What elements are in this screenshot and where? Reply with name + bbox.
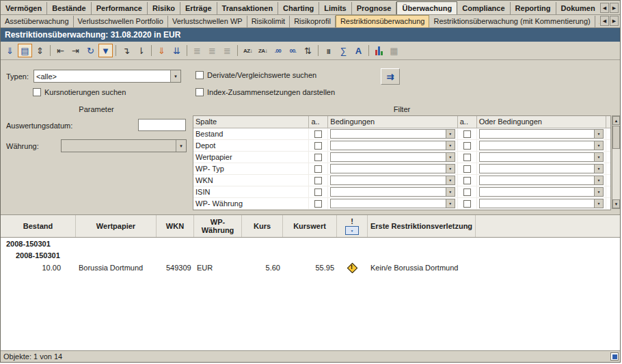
- oder-checkbox[interactable]: [463, 200, 471, 208]
- tab-compliance[interactable]: Compliance: [457, 2, 510, 14]
- download-icon[interactable]: ⇓: [154, 44, 169, 57]
- bedingungen-dropdown[interactable]: ▼: [330, 152, 455, 162]
- subtab-risikolimit[interactable]: Risikolimit: [247, 16, 290, 27]
- oder-bedingungen-dropdown[interactable]: ▼: [479, 176, 604, 185]
- fit-rows-icon[interactable]: ⇕: [33, 44, 47, 57]
- bedingungen-dropdown[interactable]: ▼: [330, 164, 455, 173]
- waehrung-dropdown[interactable]: ▼: [61, 139, 187, 152]
- and-checkbox[interactable]: [314, 154, 322, 161]
- oder-checkbox[interactable]: [463, 154, 471, 161]
- remove-decimal-icon[interactable]: 00.: [286, 44, 300, 57]
- filter-header-spalte[interactable]: Spalte: [193, 116, 309, 128]
- bedingungen-dropdown[interactable]: ▼: [330, 129, 455, 139]
- oder-bedingungen-dropdown[interactable]: ▼: [479, 152, 604, 162]
- oder-bedingungen-dropdown[interactable]: ▼: [479, 187, 604, 197]
- tab-transaktionen[interactable]: Transaktionen: [217, 2, 279, 14]
- derivate-checkbox[interactable]: [195, 71, 204, 79]
- subtab-assetueberwachung-2[interactable]: Assetü: [595, 16, 599, 27]
- oder-checkbox[interactable]: [463, 177, 471, 184]
- tab-prognose[interactable]: Prognose: [352, 2, 397, 14]
- main-tabs-scroll-right-icon[interactable]: ▶: [610, 3, 619, 13]
- sub-tabs-scroll-left-icon[interactable]: ◀: [600, 16, 609, 26]
- col-header-kurswert[interactable]: Kurswert: [283, 215, 337, 237]
- tab-vermoegen[interactable]: Vermögen: [1, 2, 47, 14]
- and-checkbox[interactable]: [314, 200, 322, 208]
- tab-risiko[interactable]: Risiko: [148, 2, 180, 14]
- oder-checkbox[interactable]: [463, 130, 471, 138]
- subtab-risikoprofil[interactable]: Risikoprofil: [290, 16, 336, 27]
- subtab-verlustschwellen-wp[interactable]: Verlustschwellen WP: [168, 16, 247, 27]
- oder-bedingungen-dropdown[interactable]: ▼: [479, 199, 604, 208]
- scroll-down-icon[interactable]: ▼: [612, 199, 620, 208]
- refresh-icon[interactable]: ↻: [83, 44, 98, 57]
- oder-checkbox[interactable]: [463, 165, 471, 173]
- oder-checkbox[interactable]: [463, 188, 471, 196]
- table-row[interactable]: 10.00 Borussia Dortmund 549309 EUR 5.60 …: [1, 261, 620, 275]
- bedingungen-dropdown[interactable]: ▼: [330, 176, 455, 185]
- add-decimal-icon[interactable]: .00: [271, 44, 285, 57]
- filter-header-oder-bedingungen[interactable]: Oder Bedingungen: [477, 116, 606, 128]
- tab-reporting[interactable]: Reporting: [511, 2, 556, 14]
- tab-performance[interactable]: Performance: [92, 2, 148, 14]
- align-left-icon[interactable]: ≣: [190, 44, 204, 57]
- auswertungsdatum-input[interactable]: [138, 119, 186, 131]
- bedingungen-dropdown[interactable]: ▼: [330, 187, 455, 197]
- collapse-columns-icon[interactable]: ⇤: [53, 44, 68, 57]
- group-row[interactable]: 2008-150301: [1, 249, 620, 261]
- col-header-wp-waehrung[interactable]: WP- Währung: [194, 215, 242, 237]
- oder-checkbox[interactable]: [463, 142, 471, 150]
- subtab-restriktionsueberwachung[interactable]: Restriktionsüberwachung: [336, 15, 430, 27]
- main-tabs-scroll-left-icon[interactable]: ◀: [600, 3, 609, 13]
- typen-dropdown[interactable]: <alle> ▼: [33, 70, 181, 83]
- col-header-erste-restriktionsverletzung[interactable]: Erste Restriktionsverletzung: [368, 215, 476, 237]
- filter-table-scrollbar[interactable]: ▲ ▼: [612, 115, 621, 209]
- and-checkbox[interactable]: [314, 165, 322, 173]
- sub-tabs-scroll-right-icon[interactable]: ▶: [610, 16, 619, 26]
- scroll-up-icon[interactable]: ▲: [612, 116, 620, 125]
- report-grid-icon[interactable]: ▦: [387, 44, 401, 57]
- chevron-down-icon[interactable]: ▼: [170, 70, 180, 82]
- tab-bestaende[interactable]: Bestände: [47, 2, 92, 14]
- group-columns-icon[interactable]: |||: [321, 44, 336, 57]
- filter-header-bedingungen[interactable]: Bedingungen: [328, 116, 457, 128]
- col-header-wertpapier[interactable]: Wertpapier: [76, 215, 157, 237]
- col-header-violation-flag[interactable]: ! ▼: [337, 215, 368, 237]
- and-checkbox[interactable]: [314, 177, 322, 184]
- tab-limits[interactable]: Limits: [319, 2, 351, 14]
- export-table-icon[interactable]: ⇓: [3, 44, 17, 57]
- group-row[interactable]: 2008-150301: [1, 238, 620, 249]
- oder-bedingungen-dropdown[interactable]: ▼: [479, 164, 604, 173]
- subtab-assetueberwachung[interactable]: Assetüberwachung: [1, 16, 74, 27]
- filter-header-and2[interactable]: a..: [458, 116, 477, 128]
- tab-dokumente[interactable]: Dokumen: [556, 2, 599, 14]
- sort-descending-icon[interactable]: ⇊: [170, 44, 184, 57]
- oder-bedingungen-dropdown[interactable]: ▼: [479, 141, 604, 150]
- oder-bedingungen-dropdown[interactable]: ▼: [479, 129, 604, 139]
- col-header-wkn[interactable]: WKN: [157, 215, 194, 237]
- chart-layout-icon[interactable]: ▤: [18, 44, 32, 57]
- col-header-bestand[interactable]: Bestand: [1, 215, 76, 237]
- expand-columns-icon[interactable]: ⇥: [68, 44, 83, 57]
- tab-charting[interactable]: Charting: [278, 2, 319, 14]
- col-header-kurs[interactable]: Kurs: [242, 215, 283, 237]
- next-violation-icon[interactable]: ⇂: [134, 44, 148, 57]
- filter-icon[interactable]: ▼: [98, 44, 113, 57]
- tab-ueberwachung[interactable]: Überwachung: [396, 1, 457, 14]
- bedingungen-dropdown[interactable]: ▼: [330, 199, 455, 208]
- and-checkbox[interactable]: [314, 130, 322, 138]
- align-right-icon[interactable]: ≣: [220, 44, 234, 57]
- subtab-restriktionsueberwachung-kommentierung[interactable]: Restriktionsüberwachung (mit Kommentieru…: [429, 16, 595, 27]
- scroll-corner-icon[interactable]: [610, 352, 619, 361]
- filter-header-and[interactable]: a..: [309, 116, 328, 128]
- subtab-verlustschwellen-portfolio[interactable]: Verlustschwellen Portfolio: [74, 16, 168, 27]
- sum-icon[interactable]: ∑: [336, 44, 351, 57]
- chart-bars-icon[interactable]: [372, 44, 386, 57]
- bedingungen-dropdown[interactable]: ▼: [330, 141, 455, 150]
- apply-refresh-button[interactable]: ⇉: [381, 68, 400, 85]
- goto-first-violation-icon[interactable]: ↴: [119, 44, 133, 57]
- index-checkbox[interactable]: [195, 88, 204, 96]
- sort-az-icon[interactable]: AZ↓: [241, 44, 255, 57]
- and-checkbox[interactable]: [314, 142, 322, 150]
- font-icon[interactable]: A: [351, 44, 366, 57]
- align-center-icon[interactable]: ≣: [205, 44, 219, 57]
